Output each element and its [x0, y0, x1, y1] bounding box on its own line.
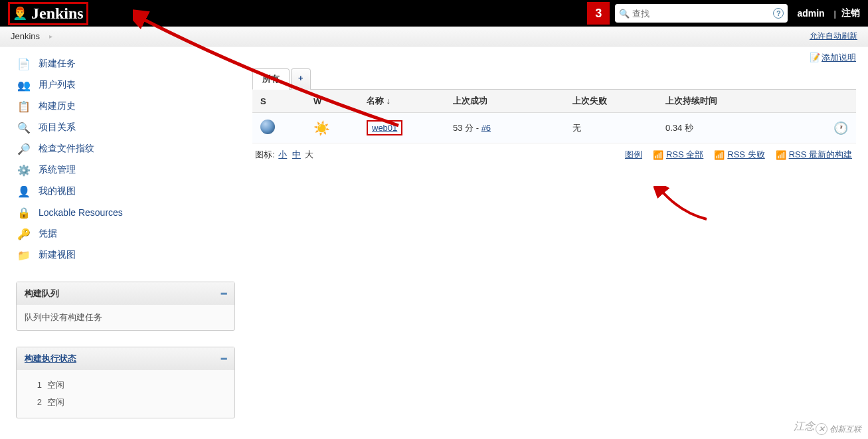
schedule-build-icon[interactable]: 🕐 [833, 122, 848, 135]
sidebar-item-build-history[interactable]: 📋构建历史 [16, 96, 235, 117]
sidebar-item-lockable-resources[interactable]: 🔒Lockable Resources [16, 202, 235, 223]
lockable-resources-icon: 🔒 [16, 206, 32, 219]
sidebar-item-my-views[interactable]: 👤我的视图 [16, 181, 235, 202]
sidebar-item-label[interactable]: 系统管理 [39, 164, 76, 176]
edit-icon: 📝 [810, 52, 820, 62]
view-tabs: 所有 + [252, 68, 856, 90]
search-input[interactable] [632, 9, 769, 19]
last-duration-cell: 0.34 秒 [657, 113, 816, 143]
sidebar: 📄新建任务👥用户列表📋构建历史🔍项目关系🔎检查文件指纹⚙️系统管理👤我的视图🔒L… [0, 46, 246, 432]
sidebar-item-check-fingerprint[interactable]: 🔎检查文件指纹 [16, 138, 235, 159]
sidebar-item-label[interactable]: 凭据 [39, 228, 57, 240]
jobs-table: S W 名称 ↓ 上次成功 上次失败 上次持续时间 ☀️ web01 53 分 … [252, 90, 856, 143]
rss-failed-link[interactable]: RSS 失败 [727, 149, 764, 161]
executor-row: 1空闲 [25, 377, 226, 394]
sidebar-item-label[interactable]: 新建视图 [39, 249, 76, 261]
sidebar-item-label[interactable]: Lockable Resources [39, 207, 123, 218]
logo-text: Jenkins [31, 5, 84, 23]
build-executor-panel: 构建执行状态 ━ 1空闲2空闲 [16, 347, 235, 418]
rss-latest-link[interactable]: RSS 最新的构建 [789, 149, 852, 161]
notification-badge[interactable]: 3 [587, 2, 610, 25]
sidebar-item-label[interactable]: 新建任务 [39, 58, 76, 70]
check-fingerprint-icon: 🔎 [16, 142, 32, 155]
col-last-duration[interactable]: 上次持续时间 [657, 90, 816, 113]
status-ball-icon[interactable] [260, 120, 275, 134]
new-view-icon: 📁 [16, 248, 32, 262]
sidebar-item-new-item[interactable]: 📄新建任务 [16, 53, 235, 74]
sidebar-item-label[interactable]: 项目关系 [39, 122, 76, 133]
watermark: ✕ 创新互联 [816, 424, 861, 432]
manage-jenkins-icon: ⚙️ [16, 163, 32, 177]
rss-all-link[interactable]: RSS 全部 [666, 149, 703, 161]
header-separator: | [834, 9, 836, 19]
search-box[interactable]: 🔍 ? [615, 4, 788, 23]
last-success-cell: 53 分 - #6 [445, 113, 564, 143]
sidebar-item-label[interactable]: 构建历史 [39, 100, 76, 112]
col-last-success[interactable]: 上次成功 [445, 90, 564, 113]
page-header: 👨‍🦰 Jenkins 3 🔍 ? admin | 注销 [0, 0, 868, 27]
sidebar-item-credentials[interactable]: 🔑凭据 [16, 223, 235, 244]
search-icon: 🔍 [619, 9, 630, 19]
rss-icon: 📶 [653, 150, 663, 160]
executor-row: 2空闲 [25, 394, 226, 411]
project-relationship-icon: 🔍 [16, 121, 32, 134]
people-icon: 👥 [16, 78, 32, 92]
annotation-arrow-icon [653, 186, 720, 226]
legend-link[interactable]: 图例 [625, 149, 642, 161]
main-content: 📝添加说明 所有 + S W 名称 ↓ 上次成功 上次失败 上次持续时间 ☀️ … [246, 46, 868, 432]
watermark: 江念 [794, 420, 815, 432]
current-user-link[interactable]: admin [797, 8, 824, 19]
table-row: ☀️ web01 53 分 - #6 无 0.34 秒 🕐 [252, 113, 856, 143]
tab-new-view[interactable]: + [291, 68, 311, 90]
icon-size-medium[interactable]: 中 [292, 149, 301, 159]
build-queue-panel: 构建队列 ━ 队列中没有构建任务 [16, 282, 235, 331]
icon-size-label: 图标: [255, 149, 275, 159]
sidebar-item-new-view[interactable]: 📁新建视图 [16, 244, 235, 266]
breadcrumb-root[interactable]: Jenkins [11, 31, 40, 41]
build-history-icon: 📋 [16, 100, 32, 113]
sidebar-item-project-relationship[interactable]: 🔍项目关系 [16, 117, 235, 138]
sidebar-item-people[interactable]: 👥用户列表 [16, 74, 235, 96]
build-executor-title[interactable]: 构建执行状态 [25, 353, 76, 365]
icon-size-large: 大 [305, 149, 313, 159]
rss-icon: 📶 [776, 150, 786, 160]
help-icon[interactable]: ? [773, 8, 784, 19]
col-name[interactable]: 名称 ↓ [359, 90, 445, 113]
col-status[interactable]: S [252, 90, 305, 113]
logout-link[interactable]: 注销 [841, 7, 860, 19]
breadcrumb-bar: Jenkins ▸ 允许自动刷新 [0, 27, 868, 46]
logo[interactable]: 👨‍🦰 Jenkins [8, 2, 88, 25]
sidebar-item-label[interactable]: 检查文件指纹 [39, 143, 94, 155]
add-description-link[interactable]: 添加说明 [822, 52, 856, 62]
enable-auto-refresh-link[interactable]: 允许自动刷新 [810, 31, 857, 41]
build-queue-title: 构建队列 [25, 288, 59, 300]
build-number-link[interactable]: #6 [481, 123, 491, 133]
my-views-icon: 👤 [16, 185, 32, 198]
col-last-failure[interactable]: 上次失败 [564, 90, 657, 113]
credentials-icon: 🔑 [16, 227, 32, 240]
sidebar-item-label[interactable]: 用户列表 [39, 79, 76, 91]
build-queue-empty: 队列中没有构建任务 [17, 305, 234, 330]
breadcrumb-chevron-icon: ▸ [49, 33, 52, 40]
tab-all[interactable]: 所有 [252, 68, 290, 90]
col-weather[interactable]: W [305, 90, 359, 113]
last-failure-cell: 无 [564, 113, 657, 143]
weather-sun-icon[interactable]: ☀️ [313, 121, 330, 135]
rss-icon: 📶 [714, 150, 725, 160]
jenkins-logo-icon: 👨‍🦰 [13, 6, 27, 21]
sidebar-item-label[interactable]: 我的视图 [39, 185, 76, 197]
collapse-icon[interactable]: ━ [221, 288, 226, 299]
job-name-link[interactable]: web01 [372, 123, 397, 133]
new-item-icon: 📄 [16, 57, 32, 70]
sidebar-item-manage-jenkins[interactable]: ⚙️系统管理 [16, 159, 235, 181]
icon-size-small[interactable]: 小 [278, 149, 287, 159]
collapse-icon[interactable]: ━ [221, 353, 226, 364]
